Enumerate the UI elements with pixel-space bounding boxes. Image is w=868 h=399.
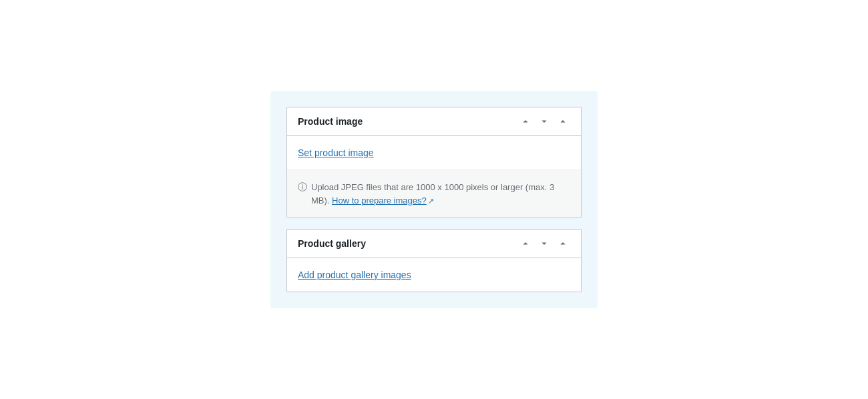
product-image-move-up-button[interactable]	[518, 115, 533, 127]
product-gallery-panel: Product gallery	[286, 229, 582, 292]
product-image-move-down-button[interactable]	[537, 115, 552, 127]
product-gallery-panel-controls	[518, 238, 570, 250]
product-image-panel-header: Product image	[287, 107, 581, 136]
product-image-collapse-button[interactable]	[556, 115, 570, 127]
product-gallery-move-down-button[interactable]	[537, 238, 552, 250]
product-gallery-panel-body: Add product gallery images	[287, 258, 581, 292]
product-gallery-move-up-button[interactable]	[518, 238, 533, 250]
set-product-image-link[interactable]: Set product image	[298, 147, 374, 158]
product-image-panel-body: Set product image	[287, 136, 581, 169]
page-wrapper: Product image	[270, 91, 598, 308]
product-image-panel-controls	[518, 115, 570, 127]
product-gallery-panel-title: Product gallery	[298, 238, 366, 249]
info-link-text: How to prepare images?	[332, 195, 427, 206]
product-image-panel: Product image	[286, 107, 582, 218]
product-image-info-section: ⓘ Upload JPEG files that are 1000 x 1000…	[287, 169, 581, 218]
product-gallery-panel-header: Product gallery	[287, 230, 581, 258]
info-icon: ⓘ	[298, 181, 307, 193]
external-link-icon: ↗	[428, 195, 434, 207]
product-image-panel-title: Product image	[298, 116, 363, 127]
product-gallery-collapse-button[interactable]	[556, 238, 570, 250]
add-product-gallery-images-link[interactable]: Add product gallery images	[298, 270, 411, 280]
how-to-prepare-images-link[interactable]: How to prepare images?↗	[332, 195, 434, 206]
product-image-info-text: Upload JPEG files that are 1000 x 1000 p…	[311, 181, 570, 207]
